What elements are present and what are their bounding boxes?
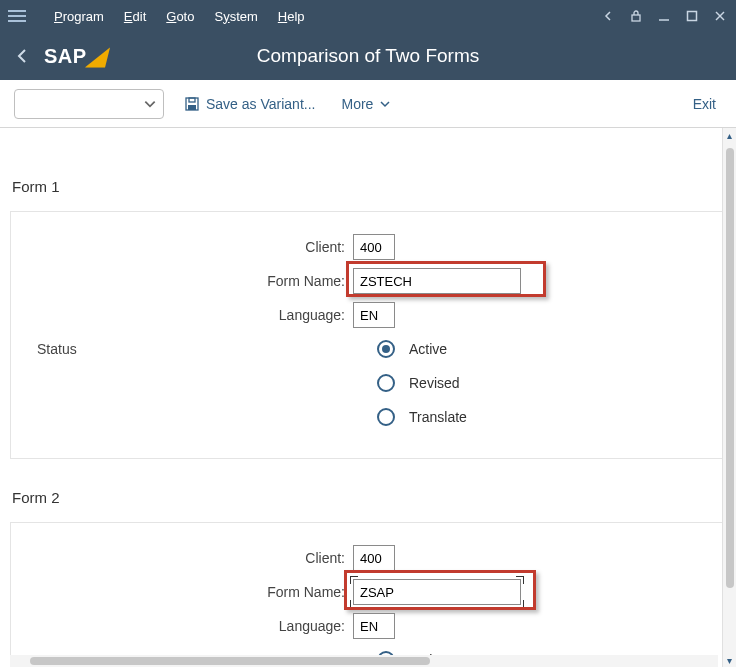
form1-status-label: Status — [37, 341, 127, 357]
sap-logo: SAP◢ — [44, 41, 105, 69]
menu-edit[interactable]: Edit — [114, 9, 156, 24]
page-header: SAP◢ Comparison of Two Forms — [0, 32, 736, 80]
form1-title: Form 1 — [12, 178, 736, 195]
form1-radio-translate-label: Translate — [409, 409, 467, 425]
svg-rect-2 — [688, 12, 697, 21]
page-title: Comparison of Two Forms — [0, 45, 736, 67]
form2-language-label: Language: — [37, 618, 353, 634]
menu-bar: Program Edit Goto System Help — [0, 0, 736, 32]
lock-icon[interactable] — [628, 8, 644, 24]
toolbar-combo[interactable] — [14, 89, 164, 119]
maximize-icon[interactable] — [684, 8, 700, 24]
exit-button[interactable]: Exit — [687, 92, 722, 116]
minimize-icon[interactable] — [656, 8, 672, 24]
menu-system[interactable]: System — [204, 9, 267, 24]
form1-client-label: Client: — [37, 239, 353, 255]
form1-client-input[interactable] — [353, 234, 395, 260]
focus-corner-icon — [516, 576, 524, 584]
svg-rect-0 — [632, 15, 640, 21]
menu-goto[interactable]: Goto — [156, 9, 204, 24]
form1-radio-active-label: Active — [409, 341, 447, 357]
form1-formname-label: Form Name: — [37, 273, 353, 289]
form2-client-label: Client: — [37, 550, 353, 566]
form1-radio-translate[interactable] — [377, 408, 395, 426]
svg-rect-7 — [188, 105, 196, 110]
svg-rect-6 — [189, 98, 195, 102]
more-button[interactable]: More — [335, 92, 397, 116]
save-variant-button[interactable]: Save as Variant... — [178, 92, 321, 116]
hamburger-icon[interactable] — [8, 4, 32, 28]
form2-box: Client: Form Name: — [10, 522, 736, 667]
back-button[interactable] — [12, 46, 32, 66]
close-icon[interactable] — [712, 8, 728, 24]
content-area: Form 1 Client: Form Name: Language: — [0, 128, 736, 667]
chevron-left-icon[interactable] — [600, 8, 616, 24]
focus-corner-icon — [350, 576, 358, 584]
menu-help[interactable]: Help — [268, 9, 315, 24]
form1-language-input[interactable] — [353, 302, 395, 328]
form2-language-input[interactable] — [353, 613, 395, 639]
form1-radio-active[interactable] — [377, 340, 395, 358]
form1-radio-revised-label: Revised — [409, 375, 460, 391]
form2-client-input[interactable] — [353, 545, 395, 571]
form1-radio-revised[interactable] — [377, 374, 395, 392]
form2-formname-input[interactable] — [353, 579, 521, 605]
form1-box: Client: Form Name: Language: Stat — [10, 211, 736, 459]
form1-language-label: Language: — [37, 307, 353, 323]
form2-formname-label: Form Name: — [37, 584, 353, 600]
horizontal-scrollbar[interactable] — [10, 655, 718, 667]
form1-formname-input[interactable] — [353, 268, 521, 294]
focus-corner-icon — [516, 600, 524, 608]
menu-program[interactable]: Program — [44, 9, 114, 24]
toolbar: Save as Variant... More Exit — [0, 80, 736, 128]
form2-title: Form 2 — [12, 489, 736, 506]
focus-corner-icon — [350, 600, 358, 608]
